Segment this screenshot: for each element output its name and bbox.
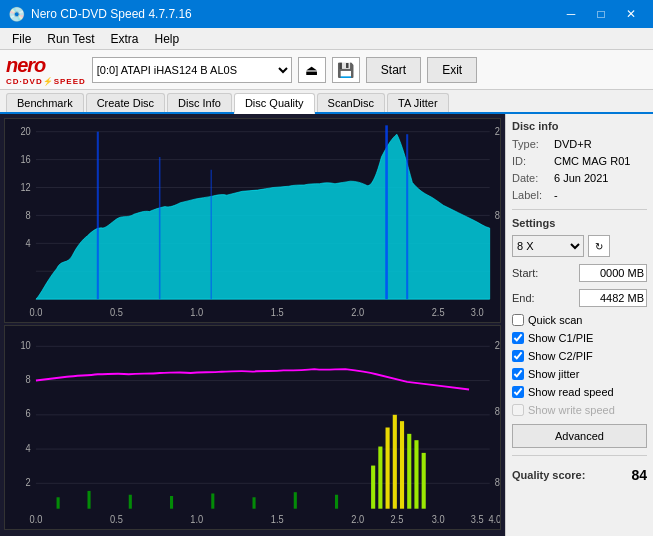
quick-scan-label: Quick scan xyxy=(528,314,582,326)
svg-rect-45 xyxy=(400,421,404,509)
svg-text:8: 8 xyxy=(495,476,500,488)
start-button[interactable]: Start xyxy=(366,57,421,83)
disc-label-label: Label: xyxy=(512,189,550,201)
toolbar: nero CD·DVD⚡SPEED [0:0] ATAPI iHAS124 B … xyxy=(0,50,653,90)
tab-ta-jitter[interactable]: TA Jitter xyxy=(387,93,449,112)
svg-text:20: 20 xyxy=(495,126,500,138)
svg-rect-44 xyxy=(393,415,397,509)
main-content: 20 16 12 8 4 8 20 0.0 0.5 1.0 xyxy=(0,114,653,536)
nero-logo: nero CD·DVD⚡SPEED xyxy=(6,54,86,86)
exit-button[interactable]: Exit xyxy=(427,57,477,83)
disc-id-row: ID: CMC MAG R01 xyxy=(512,155,647,167)
end-label: End: xyxy=(512,292,535,304)
show-read-speed-checkbox[interactable] xyxy=(512,386,524,398)
title-bar-controls: ─ □ ✕ xyxy=(557,4,645,24)
tab-disc-quality[interactable]: Disc Quality xyxy=(234,93,315,114)
show-read-speed-row: Show read speed xyxy=(512,386,647,398)
show-read-speed-label: Show read speed xyxy=(528,386,614,398)
close-button[interactable]: ✕ xyxy=(617,4,645,24)
divider-2 xyxy=(512,455,647,456)
title-bar: 💿 Nero CD-DVD Speed 4.7.7.16 ─ □ ✕ xyxy=(0,0,653,28)
disc-id-label: ID: xyxy=(512,155,550,167)
tab-create-disc[interactable]: Create Disc xyxy=(86,93,165,112)
svg-text:2.5: 2.5 xyxy=(390,513,403,525)
quality-score-label: Quality score: xyxy=(512,469,585,481)
disc-date-label: Date: xyxy=(512,172,550,184)
start-input[interactable] xyxy=(579,264,647,282)
svg-rect-48 xyxy=(422,453,426,509)
svg-text:0.5: 0.5 xyxy=(110,306,123,318)
disc-date-row: Date: 6 Jun 2021 xyxy=(512,172,647,184)
menu-run-test[interactable]: Run Test xyxy=(39,30,102,48)
svg-text:2.0: 2.0 xyxy=(351,306,364,318)
end-row: End: xyxy=(512,289,647,307)
show-write-speed-row: Show write speed xyxy=(512,404,647,416)
svg-rect-55 xyxy=(294,492,297,508)
end-input[interactable] xyxy=(579,289,647,307)
eject-button[interactable]: ⏏ xyxy=(298,57,326,83)
tab-scandisc[interactable]: ScanDisc xyxy=(317,93,385,112)
svg-rect-47 xyxy=(414,440,418,509)
quality-score-value: 84 xyxy=(631,467,647,483)
show-c1-label: Show C1/PIE xyxy=(528,332,593,344)
drive-select[interactable]: [0:0] ATAPI iHAS124 B AL0S xyxy=(92,57,292,83)
svg-text:4: 4 xyxy=(26,442,31,454)
svg-text:20: 20 xyxy=(20,126,31,138)
svg-text:4.0: 4.0 xyxy=(488,513,500,525)
disc-info-title: Disc info xyxy=(512,120,647,132)
divider-1 xyxy=(512,209,647,210)
svg-text:1.0: 1.0 xyxy=(190,513,203,525)
title-bar-left: 💿 Nero CD-DVD Speed 4.7.7.16 xyxy=(8,6,192,22)
jitter-svg: 10 8 6 4 2 20 8 8 xyxy=(5,326,500,529)
jitter-chart: 10 8 6 4 2 20 8 8 xyxy=(4,325,501,530)
speed-select[interactable]: 8 X 4 X 12 X 16 X xyxy=(512,235,584,257)
show-write-speed-checkbox[interactable] xyxy=(512,404,524,416)
svg-text:6: 6 xyxy=(26,407,31,419)
svg-text:0.0: 0.0 xyxy=(29,306,42,318)
svg-rect-56 xyxy=(335,495,338,509)
maximize-button[interactable]: □ xyxy=(587,4,615,24)
svg-text:3.0: 3.0 xyxy=(432,513,445,525)
svg-text:8: 8 xyxy=(495,405,500,417)
disc-label-value: - xyxy=(554,189,558,201)
svg-text:16: 16 xyxy=(20,154,31,166)
settings-title: Settings xyxy=(512,217,647,229)
minimize-button[interactable]: ─ xyxy=(557,4,585,24)
show-c1-checkbox[interactable] xyxy=(512,332,524,344)
save-button[interactable]: 💾 xyxy=(332,57,360,83)
svg-rect-43 xyxy=(386,428,390,509)
show-write-speed-label: Show write speed xyxy=(528,404,615,416)
menu-help[interactable]: Help xyxy=(147,30,188,48)
svg-text:1.5: 1.5 xyxy=(271,513,284,525)
show-jitter-checkbox[interactable] xyxy=(512,368,524,380)
right-panel: Disc info Type: DVD+R ID: CMC MAG R01 Da… xyxy=(505,114,653,536)
tab-bar: Benchmark Create Disc Disc Info Disc Qua… xyxy=(0,90,653,114)
svg-text:10: 10 xyxy=(20,339,31,351)
quality-score-row: Quality score: 84 xyxy=(512,467,647,483)
svg-rect-54 xyxy=(253,497,256,508)
svg-rect-53 xyxy=(211,493,214,508)
svg-rect-41 xyxy=(371,466,375,509)
advanced-button[interactable]: Advanced xyxy=(512,424,647,448)
tab-disc-info[interactable]: Disc Info xyxy=(167,93,232,112)
menu-bar: File Run Test Extra Help xyxy=(0,28,653,50)
tab-benchmark[interactable]: Benchmark xyxy=(6,93,84,112)
refresh-button[interactable]: ↻ xyxy=(588,235,610,257)
svg-text:8: 8 xyxy=(26,373,31,385)
menu-extra[interactable]: Extra xyxy=(102,30,146,48)
svg-text:2: 2 xyxy=(26,476,31,488)
show-c2-checkbox[interactable] xyxy=(512,350,524,362)
menu-file[interactable]: File xyxy=(4,30,39,48)
svg-text:20: 20 xyxy=(495,339,500,351)
svg-text:0.5: 0.5 xyxy=(110,513,123,525)
svg-rect-51 xyxy=(129,495,132,509)
app-icon: 💿 xyxy=(8,6,25,22)
pi-errors-chart: 20 16 12 8 4 8 20 0.0 0.5 1.0 xyxy=(4,118,501,323)
svg-text:2.0: 2.0 xyxy=(351,513,364,525)
svg-text:3.0: 3.0 xyxy=(471,306,484,318)
svg-text:8: 8 xyxy=(26,209,31,221)
quick-scan-checkbox[interactable] xyxy=(512,314,524,326)
svg-rect-46 xyxy=(407,434,411,509)
disc-date-value: 6 Jun 2021 xyxy=(554,172,608,184)
nero-logo-text: nero xyxy=(6,54,45,77)
